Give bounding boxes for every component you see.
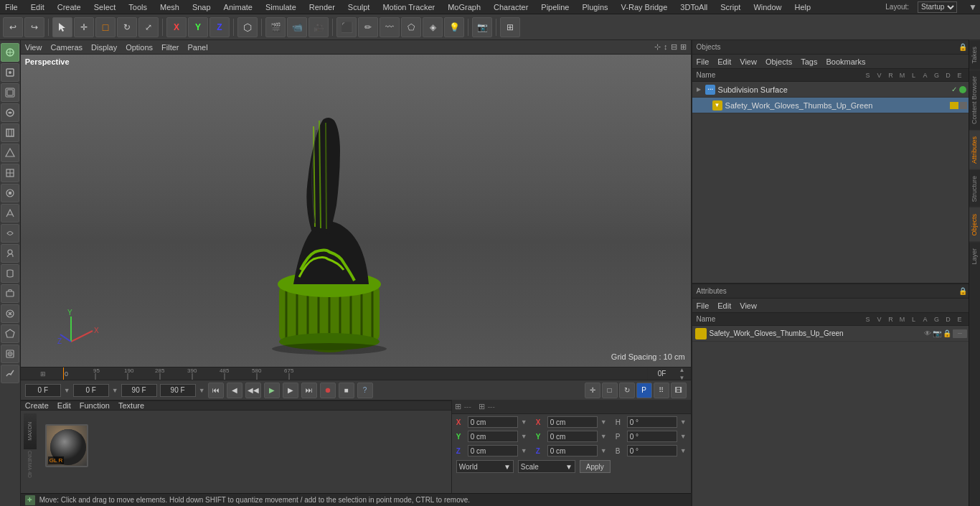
menu-help[interactable]: Help [793, 3, 814, 11]
prev-frame-button[interactable]: ◀ [227, 383, 242, 398]
render-button[interactable]: 📹 [287, 17, 307, 37]
menu-simulate[interactable]: Simulate [263, 3, 298, 11]
menu-mograph[interactable]: MoGraph [446, 3, 483, 11]
timeline-ruler[interactable]: 0 95 190 285 390 485 580 675 [63, 367, 648, 380]
timeline-area[interactable]: ⊞ 0 95 190 285 390 485 [21, 367, 691, 380]
object-row-subdivision[interactable]: ▶ ⋯ Subdivision Surface ✓ [692, 82, 980, 98]
subdiv-green-dot[interactable] [959, 86, 966, 93]
coord-arrow-z2[interactable]: ▼ [600, 447, 607, 454]
x-pos-input[interactable] [468, 416, 518, 428]
subdiv-expand-icon[interactable]: ▶ [697, 86, 701, 93]
select-tool-button[interactable] [52, 17, 72, 37]
tab-content-browser[interactable]: Content Browser [969, 70, 980, 130]
y-rot-input[interactable] [547, 431, 598, 442]
current-frame-input[interactable] [25, 384, 61, 397]
left-btn-14[interactable] [1, 304, 19, 323]
viewport-icon-2[interactable]: ↕ [664, 42, 668, 52]
attr-menu-view[interactable]: View [740, 301, 757, 310]
menu-character[interactable]: Character [491, 3, 530, 11]
coord-arrow-z[interactable]: ▼ [521, 447, 527, 454]
coord-arrow-h[interactable]: ▼ [680, 418, 687, 426]
y-axis-button[interactable]: Y [188, 17, 208, 37]
left-btn-3[interactable] [1, 83, 19, 102]
tab-attributes[interactable]: Attributes [969, 130, 980, 169]
menu-animate[interactable]: Animate [222, 3, 255, 11]
apply-button[interactable]: Apply [580, 460, 611, 473]
z-rot-input[interactable] [547, 445, 598, 456]
deformer-button[interactable]: ⬠ [401, 17, 421, 37]
timeline-up-arrow[interactable]: ▲ [679, 367, 685, 373]
playback-rotate-icon[interactable]: ↻ [619, 383, 635, 398]
coord-arrow-b[interactable]: ▼ [680, 447, 687, 454]
left-btn-13[interactable] [1, 284, 19, 303]
spline-button[interactable]: 〰 [380, 17, 400, 37]
menu-edit[interactable]: Edit [29, 3, 47, 11]
light-button[interactable]: 💡 [444, 17, 464, 37]
coord-icon-2[interactable]: ⊞ [479, 402, 485, 411]
left-btn-6[interactable] [1, 144, 19, 162]
playback-move-icon[interactable]: ✛ [585, 383, 600, 398]
camera-button[interactable]: 📷 [472, 17, 492, 37]
viewport-icon-1[interactable]: ⊹ [654, 42, 661, 52]
timeline-scroll-arrows[interactable]: ▲ ▼ [677, 367, 688, 380]
start-frame-arrow[interactable]: ▼ [112, 387, 118, 394]
left-btn-8[interactable] [1, 184, 19, 202]
viewport-icon-4[interactable]: ⊞ [680, 42, 687, 52]
objects-menu-file[interactable]: File [697, 57, 710, 66]
left-btn-5[interactable] [1, 123, 19, 142]
coord-arrow-y2[interactable]: ▼ [600, 433, 607, 440]
end-frame2-input[interactable] [160, 384, 196, 397]
viewport-menu-filter[interactable]: Filter [161, 43, 179, 52]
help-button[interactable]: ? [357, 383, 373, 398]
coord-arrow-x[interactable]: ▼ [521, 418, 527, 426]
left-btn-2[interactable] [1, 63, 19, 82]
p-input[interactable] [627, 431, 677, 442]
gloves-gray1[interactable] [960, 102, 967, 109]
menu-plugins[interactable]: Plugins [580, 3, 610, 11]
objects-menu-bookmarks[interactable]: Bookmarks [826, 57, 865, 66]
left-btn-9[interactable] [1, 204, 19, 222]
menu-pipeline[interactable]: Pipeline [539, 3, 571, 11]
tab-objects[interactable]: Objects [969, 207, 980, 242]
z-axis-button[interactable]: Z [209, 17, 230, 37]
object-mode-button[interactable]: ⬡ [237, 17, 258, 37]
next-frame-button[interactable]: ▶ [283, 383, 298, 398]
attr-dots-indicator[interactable]: ··· [953, 329, 967, 338]
rotate-tool-button[interactable]: ↻ [117, 17, 137, 37]
play-reverse-button[interactable]: ◀◀ [245, 383, 261, 398]
menu-render[interactable]: Render [307, 3, 337, 11]
tab-takes[interactable]: Takes [969, 40, 980, 70]
left-btn-12[interactable] [1, 264, 19, 283]
h-input[interactable] [627, 416, 677, 428]
menu-tools[interactable]: Tools [126, 3, 149, 11]
stop-button[interactable]: ■ [339, 383, 354, 398]
tab-structure[interactable]: Structure [969, 169, 980, 208]
menu-mesh[interactable]: Mesh [158, 3, 182, 11]
menu-sculpt[interactable]: Sculpt [346, 3, 372, 11]
playback-grid-icon[interactable]: ⠿ [654, 383, 669, 398]
coord-arrow-p[interactable]: ▼ [680, 433, 687, 440]
coord-arrow-x2[interactable]: ▼ [600, 418, 607, 426]
display-mode-button[interactable]: ⊞ [500, 17, 520, 37]
cube-button[interactable]: ⬛ [336, 17, 357, 37]
y-pos-input[interactable] [468, 431, 518, 442]
scale-tool-button[interactable]: □ [95, 17, 116, 37]
material-menu-edit[interactable]: Edit [57, 401, 71, 410]
render-all-button[interactable]: 🎥 [308, 17, 329, 37]
objects-menu-tags[interactable]: Tags [801, 57, 817, 66]
draw-button[interactable]: ✏ [358, 17, 378, 37]
scale-dropdown[interactable]: Scale ▼ [518, 460, 575, 473]
timeline-down-arrow[interactable]: ▼ [679, 375, 685, 380]
last-frame-button[interactable]: ⏭ [301, 383, 317, 398]
objects-menu-edit[interactable]: Edit [717, 57, 731, 66]
transform-tool-button[interactable]: ⤢ [138, 17, 159, 37]
viewport-menu-cameras[interactable]: Cameras [50, 43, 83, 52]
attr-cam-icon[interactable]: 📷 [933, 329, 941, 337]
coord-arrow-y[interactable]: ▼ [521, 433, 527, 440]
b-input[interactable] [627, 445, 677, 456]
viewport-menu-options[interactable]: Options [126, 43, 153, 52]
x-axis-button[interactable]: X [166, 17, 187, 37]
start-frame-input[interactable] [73, 384, 109, 397]
material-thumbnail[interactable]: GL R [45, 424, 88, 467]
layout-expand-icon[interactable]: ▼ [969, 2, 977, 12]
